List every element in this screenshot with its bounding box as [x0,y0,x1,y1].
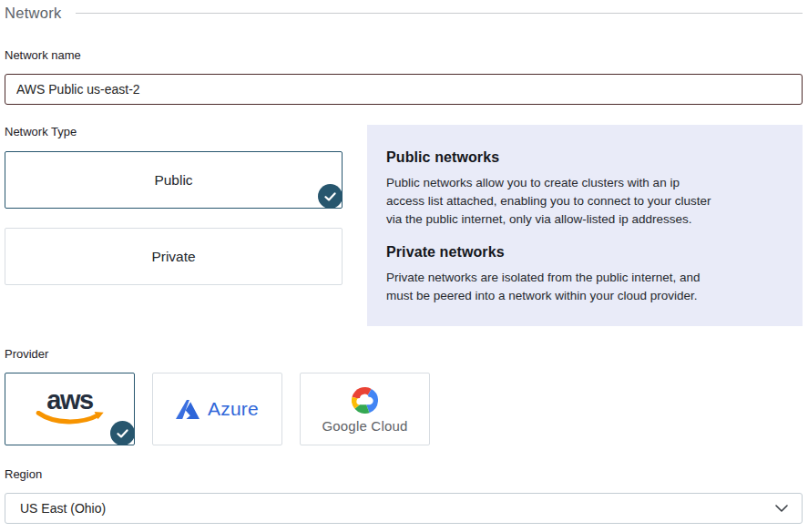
info-heading: Private networks [386,244,783,261]
aws-wordmark: aws [46,388,92,412]
network-name-input[interactable] [5,74,803,105]
network-type-option-public[interactable]: Public [5,151,343,209]
section-header: Network [5,5,803,22]
network-type-option-label: Private [151,249,195,265]
info-section-public: Public networks Public networks allow yo… [386,149,783,229]
info-heading: Public networks [386,149,783,166]
check-icon [318,184,343,209]
network-type-column: Network Type Public Private [5,125,343,285]
azure-mark-icon [176,399,199,420]
network-type-option-label: Public [154,172,192,189]
info-body: Private networks are isolated from the p… [386,269,783,305]
region-select[interactable]: US East (Ohio) [5,493,803,524]
info-body: Public networks allow you to create clus… [386,174,783,229]
aws-swoosh-icon [30,411,110,426]
network-name-label: Network name [5,48,803,63]
region-selected-value: US East (Ohio) [20,501,106,516]
aws-logo: aws [30,388,110,426]
network-type-option-private[interactable]: Private [5,228,343,285]
provider-option-aws[interactable]: aws [5,373,135,445]
network-type-row: Network Type Public Private Public netwo… [5,125,803,326]
page-title: Network [5,5,62,22]
network-form: Network Network name Network Type Public… [0,0,808,532]
network-type-info-panel: Public networks Public networks allow yo… [367,125,803,326]
google-cloud-mark-icon [352,387,378,414]
provider-row: aws Azure [5,373,803,445]
google-cloud-wordmark: Google Cloud [322,418,407,434]
info-section-private: Private networks Private networks are is… [386,244,783,305]
provider-label: Provider [5,347,803,362]
google-cloud-logo: Google Cloud [322,387,407,434]
provider-option-google-cloud[interactable]: Google Cloud [300,373,430,445]
network-type-label: Network Type [5,125,343,139]
region-label: Region [5,467,803,482]
chevron-down-icon [775,505,788,512]
check-icon [110,421,135,445]
provider-option-azure[interactable]: Azure [152,373,282,445]
azure-wordmark: Azure [208,398,259,420]
section-divider [76,13,803,14]
azure-logo: Azure [176,398,259,420]
